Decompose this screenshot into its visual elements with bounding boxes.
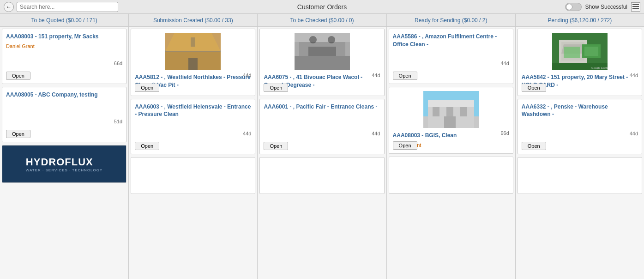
open-button[interactable]: Open <box>522 84 546 92</box>
card-image-parking <box>165 33 221 70</box>
card-title: AAA08005 - ABC Company, testing <box>6 91 122 99</box>
card-aaa6001: AAA6001 - , Pacific Fair - Entrance Clea… <box>259 99 384 154</box>
svg-text:Google Earth: Google Earth <box>591 67 608 69</box>
card-image-carpark <box>295 33 350 70</box>
svg-rect-2 <box>632 8 639 9</box>
card-pending-placeholder <box>518 157 642 194</box>
card-title: AAA6332 - , Penske - Warehouse Washdown … <box>522 103 638 119</box>
svg-rect-21 <box>446 107 453 116</box>
card-contact: Daniel Grant <box>6 43 122 49</box>
toggle-knob <box>566 4 572 10</box>
col-ready-for-sending: AAA5586 - , Amazon Fulfilment Centre - O… <box>387 27 516 279</box>
col-ready-scroll[interactable]: AAA5586 - , Amazon Fulfilment Centre - O… <box>387 27 515 279</box>
card-aaa08003-bgis: AAA08003 - BGIS, Clean Daniel Grant 96d … <box>389 87 513 154</box>
col-submission-created: AAA5812 - , Westfield Northlakes - Press… <box>129 27 258 279</box>
card-days: 66d <box>114 61 122 66</box>
toggle-label: Show Successful <box>585 4 627 10</box>
card-days: 44d <box>372 131 380 136</box>
card-days: 44d <box>630 73 638 78</box>
logo: HYDROFLUX WATER · SERVICES · TECHNOLOGY <box>26 156 103 172</box>
card-title: AAA08003 - BGIS, Clean <box>393 132 509 140</box>
col-submission-scroll[interactable]: AAA5812 - , Westfield Northlakes - Press… <box>129 27 257 279</box>
svg-rect-29 <box>584 47 598 56</box>
list-icon <box>632 4 639 10</box>
col-header-to-be-quoted: To be Quoted ($0.00 / 171) <box>0 14 129 26</box>
logo-area: HYDROFLUX WATER · SERVICES · TECHNOLOGY <box>2 146 126 182</box>
svg-rect-0 <box>632 4 639 5</box>
parking-image-svg <box>165 33 221 70</box>
col-header-pending: Pending ($6,120.00 / 272) <box>516 14 644 26</box>
card-title: AAA6003 - , Westfield Helensvale - Entra… <box>135 103 251 119</box>
svg-point-15 <box>328 36 335 43</box>
col-to-be-quoted-scroll[interactable]: AAA08003 - 151 property, Mr Sacks Daniel… <box>0 27 128 279</box>
card-ready-placeholder <box>389 157 513 194</box>
card-aaa5586: AAA5586 - , Amazon Fulfilment Centre - O… <box>389 29 513 84</box>
open-button[interactable]: Open <box>264 142 288 150</box>
svg-rect-12 <box>308 47 336 56</box>
card-title: AAA08003 - 151 property, Mr Sacks <box>6 33 122 41</box>
open-button[interactable]: Open <box>393 72 417 80</box>
open-button[interactable]: Open <box>522 142 546 150</box>
svg-rect-10 <box>295 56 350 70</box>
svg-rect-22 <box>460 107 467 116</box>
col-header-ready-for-sending: Ready for Sending ($0.00 / 2) <box>387 14 516 26</box>
card-aaa5812: AAA5812 - , Westfield Northlakes - Press… <box>131 29 255 96</box>
card-days: 96d <box>500 130 509 136</box>
card-logo: HYDROFLUX WATER · SERVICES · TECHNOLOGY <box>2 145 126 183</box>
page-title: Customer Orders <box>297 3 347 11</box>
show-successful-toggle[interactable] <box>565 3 582 11</box>
open-button[interactable]: Open <box>6 72 30 80</box>
card-days: 44d <box>243 131 251 136</box>
open-button[interactable]: Open <box>6 130 30 138</box>
card-sub-placeholder <box>131 157 255 194</box>
card-aaa6003: AAA6003 - , Westfield Helensvale - Entra… <box>131 99 255 154</box>
card-title: AAA6001 - , Pacific Fair - Entrance Clea… <box>264 103 380 111</box>
col-to-be-checked: AAA6075 - , 41 Bivouac Place Wacol - Car… <box>258 27 386 279</box>
logo-text: HYDROFLUX <box>26 156 103 168</box>
column-headers: To be Quoted ($0.00 / 171) Submission Cr… <box>0 14 644 27</box>
header-controls: Show Successful <box>565 2 640 12</box>
svg-rect-1 <box>632 6 639 7</box>
col-pending: Google Earth AAA5842 - 151 property, 20 … <box>516 27 644 279</box>
card-aaa08005: AAA08005 - ABC Company, testing 51d Open <box>2 87 126 142</box>
open-button[interactable]: Open <box>135 142 159 150</box>
card-title: AAA5586 - , Amazon Fulfilment Centre - O… <box>393 33 509 49</box>
card-aaa6332: AAA6332 - , Penske - Warehouse Washdown … <box>518 99 642 154</box>
svg-rect-8 <box>191 37 195 47</box>
svg-rect-5 <box>188 58 198 70</box>
carpark-image-svg <box>295 33 350 70</box>
open-button[interactable]: Open <box>393 141 417 150</box>
back-button[interactable]: ← <box>4 2 14 12</box>
card-days: 44d <box>500 61 509 66</box>
col-to-be-quoted: AAA08003 - 151 property, Mr Sacks Daniel… <box>0 27 129 279</box>
col-header-submission-created: Submission Created ($0.00 / 33) <box>129 14 258 26</box>
search-input[interactable] <box>17 2 118 12</box>
logo-tagline: WATER · SERVICES · TECHNOLOGY <box>26 168 103 172</box>
card-aaa6075: AAA6075 - , 41 Bivouac Place Wacol - Car… <box>259 29 384 96</box>
building-image-svg <box>423 91 479 128</box>
list-view-button[interactable] <box>631 2 640 12</box>
card-aaa08003-1: AAA08003 - 151 property, Mr Sacks Daniel… <box>2 29 126 84</box>
card-days: 51d <box>114 119 122 124</box>
svg-rect-23 <box>444 116 456 128</box>
svg-point-14 <box>309 36 317 43</box>
card-image-aerial: Google Earth <box>552 33 608 70</box>
svg-rect-20 <box>433 107 439 116</box>
aerial-image-svg: Google Earth <box>552 33 608 70</box>
card-days: 44d <box>372 73 380 78</box>
col-header-to-be-checked: To be Checked ($0.00 / 0) <box>258 14 386 26</box>
col-pending-scroll[interactable]: Google Earth AAA5842 - 151 property, 20 … <box>516 27 644 279</box>
open-button[interactable]: Open <box>135 84 159 92</box>
svg-rect-19 <box>428 100 474 107</box>
kanban-board: AAA08003 - 151 property, Mr Sacks Daniel… <box>0 27 644 279</box>
card-days: 44d <box>243 73 251 78</box>
svg-rect-13 <box>295 33 350 42</box>
open-button[interactable]: Open <box>264 84 288 92</box>
card-image-building <box>423 91 479 128</box>
col-checked-scroll[interactable]: AAA6075 - , 41 Bivouac Place Wacol - Car… <box>258 27 386 279</box>
svg-rect-30 <box>564 47 580 58</box>
header: ← Customer Orders Show Successful <box>0 0 644 14</box>
card-days: 44d <box>630 131 638 136</box>
card-aaa5842: Google Earth AAA5842 - 151 property, 20 … <box>518 29 642 96</box>
card-check-placeholder <box>259 157 384 194</box>
